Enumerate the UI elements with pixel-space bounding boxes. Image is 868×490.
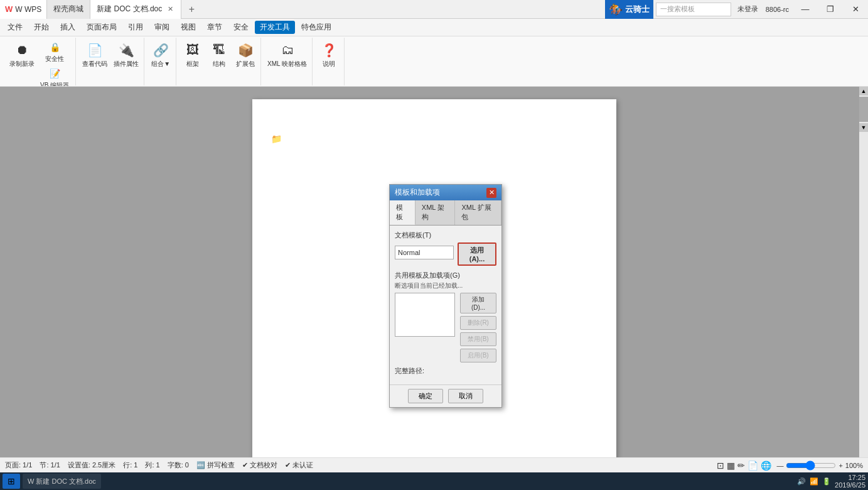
view-mode-btn1[interactable]: ⊡ <box>717 460 724 471</box>
dialog-side-buttons: 添加(D)... 删除(R) 禁用(B) 启用(B) <box>460 293 496 362</box>
cancel-button[interactable]: 取消 <box>448 389 483 403</box>
description-icon: ❓ <box>319 40 339 60</box>
add-button[interactable]: 添加(D)... <box>460 293 496 313</box>
ribbon-btn-extension[interactable]: 📦 扩展包 <box>233 39 258 69</box>
status-spell-check[interactable]: 🔤 拼写检查 <box>196 460 235 470</box>
yunqishi-logo-icon: 🏇 <box>609 3 623 16</box>
ribbon-group-help: ❓ 说明 <box>314 38 345 85</box>
structure-label: 结构 <box>213 60 225 68</box>
template-value-box: Normal <box>395 246 454 259</box>
zoom-slider[interactable] <box>786 460 836 471</box>
close-button[interactable]: ✕ <box>843 0 868 19</box>
menu-start[interactable]: 开始 <box>29 21 54 34</box>
shared-label: 共用模板及加载项(G) <box>395 271 496 280</box>
description-label: 说明 <box>323 60 335 68</box>
status-row: 行: 1 <box>123 460 137 470</box>
ribbon-small-btns: 🔒 安全性 📝 VB 编辑器 <box>38 39 71 87</box>
minimize-button[interactable]: — <box>793 0 818 19</box>
dialog-body: 文档模板(T) Normal 选用(A)... 共用模板及加载项(G) 断选项目… <box>390 226 501 384</box>
content-area: 📁 ▲ ▼ 模板和加载项 ✕ 模板 XML 架构 XML 扩展包 <box>0 87 868 457</box>
status-bar: 页面: 1/1 节: 1/1 设置值: 2.5厘米 行: 1 列: 1 字数: … <box>0 457 868 472</box>
record-label: 录制新录 <box>9 60 35 68</box>
structure-icon: 🏗 <box>209 40 229 60</box>
ribbon-group-view-code-buttons: 📄 查看代码 🔌 插件属性 <box>80 39 141 84</box>
yunqishi-logo-area: 🏇 云骑士 <box>605 0 653 19</box>
wps-tab-label: W WPS <box>15 5 41 14</box>
start-button[interactable]: ⊞ <box>3 474 20 489</box>
disable-button[interactable]: 禁用(B) <box>460 332 496 346</box>
zoom-in-btn[interactable]: + <box>839 462 842 469</box>
ribbon-btn-view-code[interactable]: 📄 查看代码 <box>80 39 110 69</box>
app-version-label: 8806-rc <box>762 6 793 13</box>
menu-file[interactable]: 文件 <box>3 21 28 34</box>
security-icon: 🔒 <box>47 40 62 55</box>
ribbon-btn-plugin-props[interactable]: 🔌 插件属性 <box>111 39 141 69</box>
menu-developer-tools[interactable]: 开发工具 <box>255 21 295 34</box>
frame-label: 框架 <box>186 60 199 68</box>
dialog-overlay: 模板和加载项 ✕ 模板 XML 架构 XML 扩展包 文档模板(T) Norma… <box>0 87 868 457</box>
document-tab-close[interactable]: ✕ <box>166 5 174 14</box>
ok-button[interactable]: 确定 <box>408 389 443 403</box>
ribbon-btn-frame[interactable]: 🖼 框架 <box>180 39 205 69</box>
dialog-close-button[interactable]: ✕ <box>486 188 496 198</box>
ribbon-btn-security[interactable]: 🔒 安全性 <box>38 39 71 64</box>
ribbon-btn-vb-editor[interactable]: 📝 VB 编辑器 <box>38 65 71 87</box>
ribbon-btn-description[interactable]: ❓ 说明 <box>316 39 341 69</box>
shared-list-box[interactable] <box>395 293 455 337</box>
ribbon-toolbar: ⏺ 录制新录 🔒 安全性 📝 VB 编辑器 📦 加载项 🔧 <box>0 36 868 87</box>
menu-chapter[interactable]: 章节 <box>202 21 227 34</box>
plugin-label: 插件属性 <box>114 60 139 68</box>
ribbon-group-macro: ⏺ 录制新录 🔒 安全性 📝 VB 编辑器 📦 加载项 🔧 <box>3 38 76 85</box>
security-label: 安全性 <box>45 55 64 63</box>
dialog-tabs: 模板 XML 架构 XML 扩展包 <box>390 200 501 226</box>
view-mode-btn5[interactable]: 🌐 <box>761 460 771 471</box>
add-tab-button[interactable]: + <box>183 1 200 18</box>
shared-desc: 断选项目当前已经加载... <box>395 281 496 290</box>
shared-content-row: 添加(D)... 删除(R) 禁用(B) 启用(B) <box>395 293 496 362</box>
xml-map-icon: 🗂 <box>277 40 297 60</box>
template-row: Normal 选用(A)... <box>395 242 496 266</box>
ribbon-group-combine: 🔗 组合▼ <box>146 38 176 85</box>
zoom-level: 100% <box>845 462 863 469</box>
taskbar-wps-item[interactable]: W 新建 DOC 文档.doc <box>23 474 101 489</box>
dialog-tab-templates[interactable]: 模板 <box>390 200 415 225</box>
restore-button[interactable]: ❐ <box>818 0 843 19</box>
ribbon-btn-xml-map[interactable]: 🗂 XML 映射格格 <box>265 39 309 69</box>
view-mode-btn3[interactable]: ✏ <box>737 460 745 471</box>
menu-page-layout[interactable]: 页面布局 <box>82 21 122 34</box>
view-mode-btn2[interactable]: ▦ <box>727 460 735 471</box>
xml-map-label: XML 映射格格 <box>267 60 307 68</box>
plugin-icon: 🔌 <box>116 40 136 60</box>
delete-button[interactable]: 删除(R) <box>460 316 496 330</box>
status-col: 列: 1 <box>145 460 159 470</box>
document-tab[interactable]: 新建 DOC 文档.doc ✕ <box>90 0 181 19</box>
ribbon-btn-record[interactable]: ⏺ 录制新录 <box>7 39 37 69</box>
ribbon-group-view-code: 📄 查看代码 🔌 插件属性 <box>77 38 144 85</box>
user-login-label[interactable]: 未登录 <box>734 4 762 14</box>
wps-tab[interactable]: W W WPS <box>0 0 47 19</box>
menu-special-features[interactable]: 特色应用 <box>296 21 336 34</box>
menu-security[interactable]: 安全 <box>228 21 254 34</box>
menu-view[interactable]: 视图 <box>176 21 201 34</box>
ribbon-btn-structure[interactable]: 🏗 结构 <box>206 39 232 69</box>
title-bar-right: 🏇 云骑士 一搜索模板 未登录 8806-rc — ❐ ✕ <box>605 0 868 19</box>
taskbar-bottom: ⊞ W 新建 DOC 文档.doc 🔊 📶 🔋 17:25 2019/6/25 <box>0 472 868 490</box>
document-tab-label: 新建 DOC 文档.doc <box>97 4 162 14</box>
view-mode-btn4[interactable]: 📄 <box>747 460 758 471</box>
menu-insert[interactable]: 插入 <box>55 21 80 34</box>
dialog-tab-xml-schema[interactable]: XML 架构 <box>415 200 456 225</box>
enable-button[interactable]: 启用(B) <box>460 349 496 362</box>
shared-templates-section: 共用模板及加载项(G) 断选项目当前已经加载... 添加(D)... 删除(R)… <box>395 271 496 362</box>
program-tab[interactable]: 程壳商城 <box>47 0 90 19</box>
extension-icon: 📦 <box>235 40 255 60</box>
ribbon-btn-combine[interactable]: 🔗 组合▼ <box>148 39 173 69</box>
menu-reference[interactable]: 引用 <box>123 21 148 34</box>
dialog-tab-xml-extensions[interactable]: XML 扩展包 <box>455 200 501 225</box>
menu-review[interactable]: 审阅 <box>149 21 174 34</box>
top-search-box[interactable]: 一搜索模板 <box>656 3 731 16</box>
ribbon-group-xml: 🗂 XML 映射格格 <box>262 38 313 85</box>
zoom-out-btn[interactable]: — <box>776 462 783 469</box>
apply-template-button[interactable]: 选用(A)... <box>458 242 496 266</box>
record-icon: ⏺ <box>12 40 32 60</box>
status-doc-check[interactable]: ✔ 文档校对 <box>242 460 277 470</box>
